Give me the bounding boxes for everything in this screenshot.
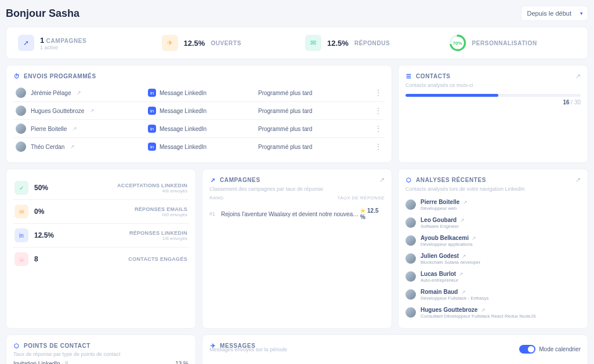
send-icon: ✈ [162, 35, 178, 51]
contact-name: Hugues Gouttebroze [31, 108, 84, 114]
open-icon[interactable]: ↗ [73, 126, 77, 132]
rates-card: ✓50% ACCEPTATIONS LINKEDIN4/8 envoyés✉0%… [6, 169, 196, 329]
rate-sub: 1/8 envoyés [129, 236, 187, 241]
open-icon[interactable]: ↗ [90, 108, 95, 114]
person-name: Julien Godest [421, 253, 459, 259]
open-icon[interactable]: ↗ [459, 271, 463, 277]
linkedin-icon: in [148, 125, 156, 133]
person-role: Software Engineer [421, 224, 465, 229]
scheduled-row[interactable]: Pierre Boitelle↗ inMessage LinkedIn Prog… [13, 119, 385, 137]
avatar [16, 88, 26, 98]
linkedin-icon: in [148, 143, 156, 151]
kpi-campaigns[interactable]: ➚ 1 CAMPAGNES 1 active [10, 35, 154, 51]
period-select-label: Depuis le début [527, 10, 571, 17]
avatar [405, 307, 416, 318]
toggle-switch-icon [519, 345, 535, 354]
open-icon[interactable]: ↗ [472, 235, 476, 241]
rank-label: #1 [209, 211, 215, 217]
status-label: Programmé plus tard [258, 90, 368, 96]
recent-analyses-card: ⬡ANALYSES RÉCENTES ↗ Contacts analysés l… [398, 169, 588, 329]
scheduled-row[interactable]: Jérémie Pélage↗ inMessage LinkedIn Progr… [13, 84, 385, 101]
rate-label: ACCEPTATIONS LINKEDIN [117, 183, 187, 188]
campaign-icon: ➚ [209, 177, 216, 184]
more-icon[interactable]: ⋮ [368, 126, 382, 131]
calendar-mode-toggle[interactable]: Mode calendrier [519, 345, 581, 354]
gauge-icon: 70% [449, 34, 466, 52]
reply-icon: ✉ [305, 35, 321, 51]
campaigns-rank-card: ➚CAMPAGNES ↗ Classement des campagnes pa… [202, 169, 392, 329]
analysis-row[interactable]: Julien Godest ↗Blockchain Solana develop… [405, 249, 581, 267]
channel-label: Message LinkedIn [160, 126, 207, 132]
person-name: Romain Baud [421, 289, 458, 295]
scheduled-row[interactable]: Théo Cerdan↗ inMessage LinkedIn Programm… [13, 137, 385, 155]
rate-row: ☺8 CONTACTS ENGAGÉS [13, 247, 189, 271]
kpi-personalization[interactable]: 70% PERSONNALISATION [441, 34, 585, 52]
status-label: Programmé plus tard [258, 108, 368, 114]
person-name: Ayoub Belkacemi [421, 235, 469, 241]
rate-value: 0% [34, 208, 44, 216]
open-icon[interactable]: ↗ [575, 176, 581, 184]
open-icon[interactable]: ↗ [575, 72, 581, 80]
clock-icon: ⏱ [13, 72, 20, 79]
contact-name: Théo Cerdan [31, 144, 64, 150]
rate-row: ✓50% ACCEPTATIONS LINKEDIN4/8 envoyés [13, 176, 189, 199]
analysis-row[interactable]: Ayoub Belkacemi ↗Développeur application… [405, 231, 581, 249]
campaign-icon: ➚ [18, 35, 34, 51]
kpi-bar: ➚ 1 CAMPAGNES 1 active ✈ 12.5% OUVERTS ✉… [6, 27, 588, 59]
rate-sub: 0/0 envoyés [135, 212, 187, 217]
rate-value: 50% [34, 184, 48, 192]
person-role: Auto-entrepreneur [421, 278, 463, 283]
channel-label: Message LinkedIn [160, 144, 207, 150]
kpi-replies[interactable]: ✉ 12.5% RÉPONDUS [297, 35, 441, 51]
topbar: Bonjour Sasha Depuis le début ▾ [6, 6, 588, 21]
person-name: Leo Goubard [421, 217, 457, 223]
touchpoint-label: Invitation LinkedIn [13, 361, 60, 364]
person-role: Développeur applications [421, 242, 476, 247]
analysis-row[interactable]: Pierre Boitelle ↗Développeur web [405, 195, 581, 213]
avatar [405, 235, 416, 246]
rate-label: RÉPONSES LINKEDIN [129, 230, 187, 236]
avatar [405, 289, 416, 300]
dashboard: Bonjour Sasha Depuis le début ▾ ➚ 1 CAMP… [0, 0, 594, 364]
period-select[interactable]: Depuis le début ▾ [521, 6, 588, 21]
rate-icon: ✉ [15, 205, 28, 219]
campaign-row[interactable]: #1Rejoins l'aventure Waalaxy et devient … [209, 208, 385, 220]
open-icon[interactable]: ↗ [481, 307, 486, 313]
campaign-name: Rejoins l'aventure Waalaxy et devient no… [221, 211, 360, 217]
touch-icon: ⬡ [13, 342, 20, 349]
avatar [405, 217, 416, 228]
rate-label: RÉPONSES EMAILS [135, 206, 187, 212]
star-icon: ★ [360, 208, 365, 214]
rate-row: ✉0% RÉPONSES EMAILS0/0 envoyés [13, 199, 189, 223]
open-icon[interactable]: ↗ [77, 90, 81, 96]
person-role: Consultant Développeur Fullstack React R… [421, 314, 536, 319]
rate-value: 8 [34, 255, 38, 263]
touchpoint-rate: 13 % [175, 361, 189, 364]
kpi-opens[interactable]: ✈ 12.5% OUVERTS [154, 35, 298, 51]
person-name: Hugues Gouttebroze [421, 307, 477, 313]
rate-icon: in [15, 228, 28, 242]
open-icon[interactable]: ↗ [460, 217, 465, 223]
person-name: Pierre Boitelle [421, 199, 459, 205]
more-icon[interactable]: ⋮ [368, 144, 382, 149]
analysis-row[interactable]: Leo Goubard ↗Software Engineer [405, 213, 581, 231]
open-icon[interactable]: ↗ [461, 289, 466, 295]
scheduled-row[interactable]: Hugues Gouttebroze↗ inMessage LinkedIn P… [13, 101, 385, 119]
open-icon[interactable]: ↗ [462, 253, 466, 259]
analysis-row[interactable]: Romain Baud ↗Développeur Fullstack - Enf… [405, 285, 581, 303]
grid-row-3: ⬡POINTS DE CONTACT Taux de réponse par t… [6, 334, 588, 364]
analysis-row[interactable]: Lucas Burlot ↗Auto-entrepreneur [405, 267, 581, 285]
avatar [405, 253, 416, 264]
touchpoint-row: Invitation LinkedIn · 813 % [13, 361, 189, 364]
more-icon[interactable]: ⋮ [368, 90, 382, 95]
avatar [405, 199, 416, 210]
contacts-card: ☰CONTACTS ↗ Contacts analysés ce mois-ci… [398, 65, 588, 163]
open-icon[interactable]: ↗ [70, 144, 75, 150]
open-icon[interactable]: ↗ [379, 176, 385, 184]
more-icon[interactable]: ⋮ [368, 108, 382, 113]
status-label: Programmé plus tard [258, 144, 368, 150]
analysis-row[interactable]: Hugues Gouttebroze ↗Consultant Développe… [405, 303, 581, 321]
open-icon[interactable]: ↗ [463, 199, 468, 205]
chart-icon: ⬡ [405, 177, 412, 184]
channel-label: Message LinkedIn [160, 108, 207, 114]
